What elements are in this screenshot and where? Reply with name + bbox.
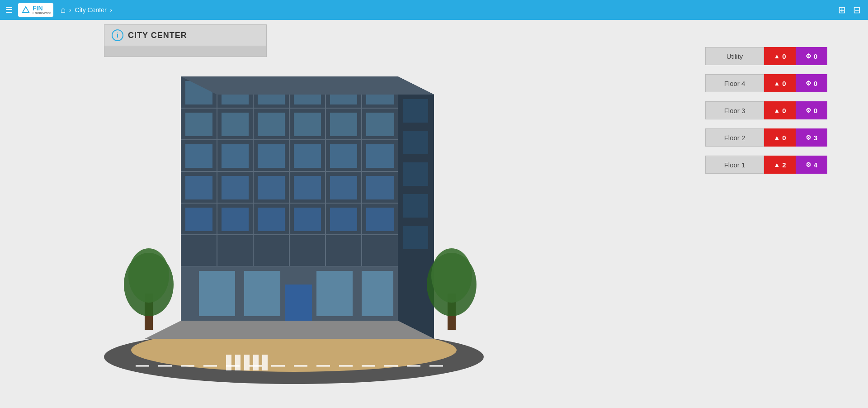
floor1-alert-button[interactable]: ▲ 2 [764, 156, 796, 174]
floor1-row: Floor 1 ▲ 2 ⚙ 4 [705, 156, 827, 174]
svg-rect-46 [366, 176, 394, 199]
building-title: CITY CENTER [128, 31, 187, 40]
svg-rect-49 [258, 208, 285, 231]
floor1-alert-icon: ▲ [774, 161, 780, 168]
utility-alert-button[interactable]: ▲ 0 [764, 47, 796, 65]
grid-icon[interactable]: ⊟ [853, 5, 861, 15]
svg-rect-36 [222, 144, 249, 168]
main-content: i CITY CENTER Utility ▲ 0 ⚙ 0 Floor 4 [0, 20, 868, 408]
svg-rect-29 [185, 113, 212, 136]
svg-rect-5 [235, 355, 241, 370]
svg-marker-10 [145, 321, 434, 339]
svg-rect-7 [253, 355, 259, 370]
utility-row: Utility ▲ 0 ⚙ 0 [705, 47, 827, 65]
svg-rect-60 [403, 99, 428, 123]
title-subtitle [104, 46, 266, 57]
svg-rect-37 [258, 144, 285, 168]
svg-rect-31 [258, 113, 285, 136]
home-icon[interactable]: ⌂ [61, 5, 66, 15]
svg-rect-6 [244, 355, 250, 370]
logo[interactable]: FIN Framework [18, 3, 53, 17]
floor4-alert-icon: ▲ [774, 80, 780, 87]
svg-rect-64 [403, 226, 428, 249]
floor3-gear-icon: ⚙ [806, 107, 811, 114]
svg-rect-34 [366, 113, 394, 136]
floor1-settings-count: 4 [814, 161, 817, 169]
floor1-settings-button[interactable]: ⚙ 4 [796, 156, 827, 174]
utility-gear-icon: ⚙ [806, 52, 811, 60]
utility-alert-icon: ▲ [774, 52, 780, 60]
title-card: i CITY CENTER [104, 24, 267, 57]
svg-rect-54 [199, 271, 235, 316]
svg-rect-32 [294, 113, 321, 136]
topbar-right-icons: ⊞ ⊟ [838, 5, 861, 15]
logo-sub: Framework [33, 11, 51, 15]
floor4-label[interactable]: Floor 4 [705, 74, 764, 92]
svg-marker-65 [181, 76, 434, 95]
floor1-alert-count: 2 [782, 161, 786, 169]
floor4-gear-icon: ⚙ [806, 80, 811, 87]
utility-alert-count: 0 [782, 52, 786, 60]
title-header: i CITY CENTER [104, 25, 266, 46]
floor3-alert-button[interactable]: ▲ 0 [764, 101, 796, 119]
svg-rect-42 [222, 176, 249, 199]
floor3-settings-count: 0 [814, 107, 817, 114]
floor1-label[interactable]: Floor 1 [705, 156, 764, 174]
svg-rect-47 [185, 208, 212, 231]
floor-panels: Utility ▲ 0 ⚙ 0 Floor 4 ▲ 0 ⚙ 0 [705, 47, 827, 174]
floor4-settings-button[interactable]: ⚙ 0 [796, 74, 827, 92]
svg-rect-30 [222, 113, 249, 136]
floor3-label[interactable]: Floor 3 [705, 101, 764, 119]
svg-rect-62 [403, 162, 428, 186]
svg-rect-44 [294, 176, 321, 199]
svg-rect-58 [362, 271, 393, 316]
floor3-alert-count: 0 [782, 107, 786, 114]
floor4-settings-count: 0 [814, 80, 817, 87]
floor4-alert-button[interactable]: ▲ 0 [764, 74, 796, 92]
svg-rect-43 [258, 176, 285, 199]
svg-rect-45 [330, 176, 357, 199]
svg-rect-52 [366, 208, 394, 231]
expand-icon[interactable]: ⊞ [838, 5, 846, 15]
building-illustration [90, 33, 497, 386]
info-icon[interactable]: i [112, 29, 123, 41]
floor4-alert-count: 0 [782, 80, 786, 87]
utility-settings-button[interactable]: ⚙ 0 [796, 47, 827, 65]
floor2-settings-count: 3 [814, 134, 817, 142]
menu-icon[interactable]: ☰ [5, 5, 13, 15]
floor2-gear-icon: ⚙ [806, 134, 811, 141]
floor2-alert-button[interactable]: ▲ 0 [764, 128, 796, 147]
svg-rect-55 [244, 271, 280, 316]
svg-rect-33 [330, 113, 357, 136]
floor3-settings-button[interactable]: ⚙ 0 [796, 101, 827, 119]
topbar: ☰ FIN Framework ⌂ › City Center › ⊞ ⊟ [0, 0, 868, 20]
svg-rect-38 [294, 144, 321, 168]
breadcrumb-city-center[interactable]: City Center [75, 6, 107, 14]
svg-rect-61 [403, 131, 428, 154]
svg-rect-8 [262, 355, 268, 370]
svg-rect-48 [222, 208, 249, 231]
svg-point-71 [431, 248, 472, 303]
breadcrumb-separator-2: › [110, 6, 113, 14]
svg-rect-35 [185, 144, 212, 168]
floor2-alert-icon: ▲ [774, 134, 780, 141]
floor2-label[interactable]: Floor 2 [705, 128, 764, 147]
floor2-settings-button[interactable]: ⚙ 3 [796, 128, 827, 147]
floor1-gear-icon: ⚙ [806, 161, 811, 168]
breadcrumb-separator-1: › [69, 6, 71, 14]
svg-rect-39 [330, 144, 357, 168]
floor2-alert-count: 0 [782, 134, 786, 142]
svg-rect-41 [185, 176, 212, 199]
svg-rect-40 [366, 144, 394, 168]
fin-logo-icon [21, 5, 31, 15]
logo-text: FIN [33, 5, 51, 11]
utility-settings-count: 0 [814, 52, 817, 60]
svg-rect-51 [330, 208, 357, 231]
svg-point-68 [128, 248, 169, 303]
utility-label[interactable]: Utility [705, 47, 764, 65]
floor3-row: Floor 3 ▲ 0 ⚙ 0 [705, 101, 827, 119]
svg-rect-57 [316, 271, 353, 316]
svg-rect-63 [403, 194, 428, 218]
floor3-alert-icon: ▲ [774, 107, 780, 114]
floor2-row: Floor 2 ▲ 0 ⚙ 3 [705, 128, 827, 147]
